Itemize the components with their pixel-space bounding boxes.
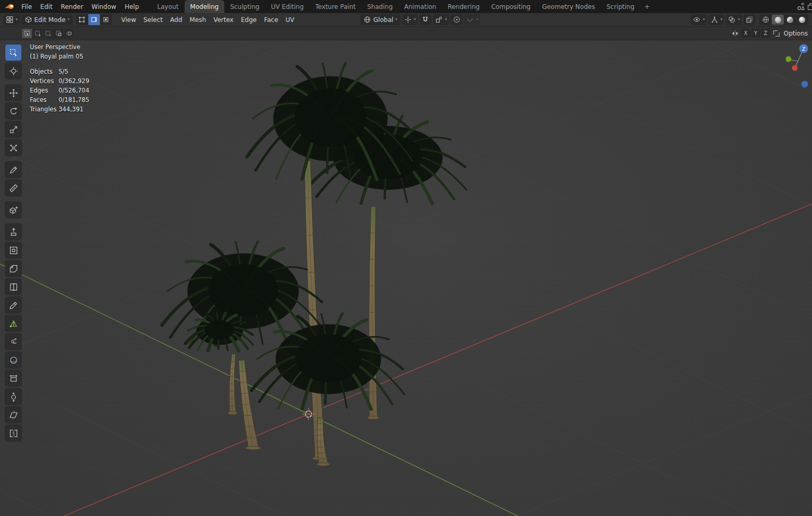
viewport-menu-item[interactable]: View bbox=[118, 16, 140, 24]
workspace-tab[interactable]: Rendering bbox=[442, 0, 485, 13]
mirror-axis-button[interactable]: X bbox=[741, 29, 750, 38]
workspace-tab[interactable]: Compositing bbox=[485, 0, 536, 13]
viewport-menu-item[interactable]: Select bbox=[140, 16, 166, 24]
proportional-editing-button[interactable] bbox=[451, 14, 463, 25]
scene-icon[interactable] bbox=[796, 2, 805, 11]
mirror-icon bbox=[731, 29, 739, 38]
orientation-dropdown[interactable]: Global ▾ bbox=[360, 14, 401, 25]
chevron-down-icon: ▾ bbox=[703, 18, 705, 21]
tool-button[interactable] bbox=[5, 85, 21, 101]
object-visibility-dropdown[interactable]: ▾ bbox=[691, 14, 707, 25]
viewport-menus: ViewSelectAddMeshVertexEdgeFaceUV bbox=[118, 16, 298, 24]
workspace-tab[interactable]: Modeling bbox=[185, 0, 225, 13]
tool-button[interactable] bbox=[5, 202, 21, 218]
gizmo-x-axis[interactable] bbox=[792, 65, 798, 71]
mode-dropdown[interactable]: Edit Mode ▾ bbox=[21, 14, 73, 25]
workspace-tab[interactable]: Geometry Nodes bbox=[536, 0, 601, 13]
tool-button[interactable] bbox=[5, 44, 21, 61]
viewport-3d[interactable]: User Perspective (1) Royal palm 05 Objec… bbox=[0, 40, 812, 516]
workspace-tab[interactable]: Shading bbox=[361, 0, 398, 13]
snap-toggle-button[interactable] bbox=[419, 14, 431, 25]
tool-button[interactable] bbox=[5, 334, 21, 350]
snap-settings-dropdown[interactable]: ▾ bbox=[433, 14, 449, 25]
workspace-tab[interactable]: Scripting bbox=[601, 0, 640, 13]
tool-button[interactable] bbox=[5, 297, 21, 313]
mesh-select-mode-button[interactable] bbox=[76, 14, 88, 25]
menu-item[interactable]: Window bbox=[87, 0, 120, 13]
orientation-label: Global bbox=[373, 16, 393, 24]
tool-button[interactable] bbox=[5, 63, 21, 79]
active-object-label: (1) Royal palm 05 bbox=[30, 52, 89, 61]
menu-item[interactable]: Edit bbox=[36, 0, 56, 13]
workspace-tab[interactable]: Sculpting bbox=[224, 0, 265, 13]
options-dropdown[interactable]: Options bbox=[783, 30, 809, 37]
proportional-falloff-dropdown[interactable]: ▾ bbox=[464, 14, 481, 25]
viewport-menu-item[interactable]: Add bbox=[166, 16, 186, 24]
menu-item[interactable]: Render bbox=[56, 0, 87, 13]
gizmo-y-axis[interactable] bbox=[786, 56, 792, 62]
selection-mode-button[interactable] bbox=[22, 29, 32, 38]
chevron-down-icon: ▾ bbox=[395, 18, 397, 21]
selection-mode-button[interactable] bbox=[43, 29, 53, 38]
material-preview-button[interactable] bbox=[784, 15, 796, 25]
tool-button[interactable] bbox=[5, 162, 21, 178]
tool-button[interactable] bbox=[5, 121, 21, 137]
selection-mode-button[interactable] bbox=[53, 29, 63, 38]
overlays-dropdown[interactable]: ▾ bbox=[726, 14, 742, 25]
tool-button[interactable] bbox=[5, 315, 21, 331]
editor-type-button[interactable]: ▾ bbox=[4, 14, 20, 25]
viewport-menu-item[interactable]: UV bbox=[282, 16, 298, 24]
tool-button[interactable] bbox=[5, 370, 21, 386]
tool-button[interactable] bbox=[5, 103, 21, 119]
editor-type-icon bbox=[6, 16, 14, 24]
tool-button[interactable] bbox=[5, 425, 21, 441]
workspace-tab[interactable]: UV Editing bbox=[265, 0, 310, 13]
workspace-tab[interactable]: Layout bbox=[152, 0, 185, 13]
tool-button[interactable] bbox=[5, 279, 21, 295]
mirror-axis-button[interactable]: Y bbox=[751, 29, 760, 38]
xray-toggle-button[interactable] bbox=[744, 14, 756, 25]
edit-mode-cube-icon bbox=[25, 16, 32, 24]
add-workspace-button[interactable]: + bbox=[640, 0, 654, 13]
navigation-gizmo[interactable]: Z bbox=[781, 42, 812, 90]
viewport-menu-item[interactable]: Mesh bbox=[186, 16, 210, 24]
blender-logo-icon[interactable] bbox=[4, 0, 15, 13]
selection-mode-button[interactable] bbox=[32, 29, 42, 38]
chevron-down-icon: ▾ bbox=[476, 18, 478, 21]
mirror-axis-button[interactable]: Z bbox=[761, 29, 770, 38]
rendered-shading-button[interactable] bbox=[796, 15, 808, 25]
tool-button[interactable] bbox=[5, 180, 21, 196]
viewport-menu-item[interactable]: Vertex bbox=[210, 16, 237, 24]
viewport-overlay-info: User Perspective (1) Royal palm 05 Objec… bbox=[30, 42, 89, 114]
pivot-point-dropdown[interactable]: ▾ bbox=[402, 14, 418, 25]
tool-button[interactable] bbox=[5, 140, 21, 156]
tool-button[interactable] bbox=[5, 242, 21, 258]
tool-button[interactable] bbox=[5, 352, 21, 368]
selection-mode-button[interactable] bbox=[64, 29, 74, 38]
mesh-select-mode-button[interactable] bbox=[100, 14, 112, 25]
chevron-down-icon: ▾ bbox=[67, 18, 70, 21]
viewport-menu-item[interactable]: Face bbox=[260, 16, 282, 24]
stat-row: Faces0/181,785 bbox=[30, 95, 89, 105]
chevron-down-icon: ▾ bbox=[16, 18, 18, 21]
transform-snap-cluster: Global ▾ ▾ ▾ ▾ bbox=[360, 14, 480, 25]
left-toolbar bbox=[5, 44, 21, 441]
tool-button[interactable] bbox=[5, 260, 21, 277]
solid-shading-button[interactable] bbox=[772, 15, 784, 25]
tool-button[interactable] bbox=[5, 224, 21, 240]
gizmos-dropdown[interactable]: ▾ bbox=[708, 14, 725, 25]
viewport-menu-item[interactable]: Edge bbox=[237, 16, 260, 24]
menu-item[interactable]: File bbox=[17, 0, 36, 13]
workspace-tab[interactable]: Texture Paint bbox=[310, 0, 361, 13]
gizmo-neg-z-axis[interactable] bbox=[802, 81, 808, 88]
tool-button[interactable] bbox=[5, 407, 21, 423]
stat-row: Vertices0/362,929 bbox=[30, 76, 89, 86]
snap-to-icon bbox=[435, 16, 443, 24]
magnet-icon bbox=[421, 16, 429, 24]
menu-item[interactable]: Help bbox=[120, 0, 143, 13]
tool-button[interactable] bbox=[5, 388, 21, 405]
wireframe-shading-button[interactable] bbox=[760, 15, 772, 25]
workspace-tab[interactable]: Animation bbox=[398, 0, 442, 13]
view-layer-icon[interactable] bbox=[807, 2, 812, 11]
mesh-select-mode-button[interactable] bbox=[88, 14, 100, 25]
